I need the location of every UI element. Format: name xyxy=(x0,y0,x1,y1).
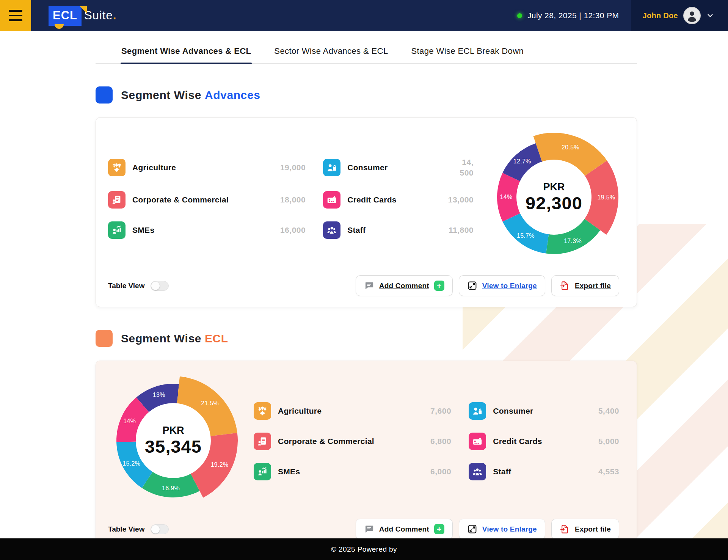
legend-value: 7,600 xyxy=(406,406,451,416)
logo-corner-triangle xyxy=(79,6,87,13)
navbar: ECL Suite. July 28, 2025 | 12:30 PM John… xyxy=(0,0,728,31)
tab-sector-wise-advances-ecl[interactable]: Sector Wise Advances & ECL xyxy=(273,44,389,63)
legend-label: Credit Cards xyxy=(347,195,422,204)
user-name: John Doe xyxy=(642,11,678,20)
footer: © 2025 Powered by xyxy=(0,538,728,560)
legend-item: Consumer14, 500 xyxy=(323,157,474,179)
donut-pct-label: 15.2% xyxy=(122,460,140,467)
logo-suite-text: Suite. xyxy=(84,9,116,22)
add-comment-button[interactable]: Add Comment+ xyxy=(356,275,453,296)
ecl-donut-chart: 13%21.5%19.2%16.9%15.2%14%PKR35,345 xyxy=(108,375,238,506)
logo-ecl-box: ECL xyxy=(49,6,82,26)
card-footer: Table ViewAdd Comment+View to EnlargeExp… xyxy=(108,275,619,296)
tab-bar: Segment Wise Advances & ECLSector Wise A… xyxy=(96,44,637,64)
donut-pct-label: 20.5% xyxy=(562,144,579,151)
user-menu[interactable]: John Doe xyxy=(631,0,728,31)
table-view-label: Table View xyxy=(108,282,144,290)
legend-value: 18,000 xyxy=(261,195,306,205)
credit-cards-icon xyxy=(469,433,486,450)
legend-value: 6,000 xyxy=(406,466,451,477)
staff-icon xyxy=(469,463,486,480)
advances-card: Agriculture19,000Corporate & Commercial1… xyxy=(96,117,637,307)
menu-button[interactable] xyxy=(0,0,31,31)
main-content: Segment Wise Advances & ECLSector Wise A… xyxy=(96,44,637,551)
legend-label: Corporate & Commercial xyxy=(278,437,400,446)
legend-label: Staff xyxy=(493,467,568,476)
legend-item: Agriculture19,000 xyxy=(108,157,306,179)
donut-pct-label: 15.7% xyxy=(517,232,535,239)
view-to-enlarge-button[interactable]: View to Enlarge xyxy=(459,519,545,540)
consumer-icon xyxy=(469,402,486,420)
donut-pct-label: 19.5% xyxy=(598,194,615,201)
legend-value: 11,800 xyxy=(429,225,474,235)
staff-icon xyxy=(323,221,340,239)
section-header: Segment Wise ECL xyxy=(96,330,637,347)
donut-pct-label: 14% xyxy=(123,418,136,424)
tab-stage-wise-ecl-break-down[interactable]: Stage Wise ECL Break Down xyxy=(411,44,525,63)
datetime-label: July 28, 2025 | 12:30 PM xyxy=(527,11,619,20)
legend-value: 14, 500 xyxy=(429,157,474,179)
export-file-icon xyxy=(560,524,570,534)
legend-value: 13,000 xyxy=(429,195,474,205)
status-online-dot xyxy=(517,13,522,18)
export-file-button[interactable]: Export file xyxy=(551,275,619,296)
legend-label: SMEs xyxy=(278,467,400,476)
legend-value: 16,000 xyxy=(261,225,306,235)
legend-item: Staff11,800 xyxy=(323,221,474,239)
legend-value: 5,000 xyxy=(574,436,619,447)
section-color-chip xyxy=(96,86,113,104)
legend-value: 6,800 xyxy=(406,436,451,447)
legend-value: 19,000 xyxy=(261,162,306,173)
export-file-button[interactable]: Export file xyxy=(551,519,619,540)
legend-label: Credit Cards xyxy=(493,437,568,446)
donut-total-value: 92,300 xyxy=(526,193,582,213)
donut-pct-label: 14% xyxy=(500,194,513,200)
comment-icon xyxy=(364,281,374,291)
person-icon xyxy=(684,8,700,23)
legend-item: SMEs16,000 xyxy=(108,221,306,239)
agriculture-icon xyxy=(108,159,126,176)
smes-icon xyxy=(254,463,271,480)
legend-item: Consumer5,400 xyxy=(469,402,619,420)
export-file-icon xyxy=(560,281,570,291)
donut-pct-label: 16.9% xyxy=(162,485,180,491)
consumer-icon xyxy=(323,159,340,176)
legend-value: 4,553 xyxy=(574,466,619,477)
legend-item: Credit Cards13,000 xyxy=(323,191,474,209)
app-logo: ECL Suite. xyxy=(49,0,116,31)
sections-container: Segment Wise AdvancesAgriculture19,000Co… xyxy=(96,86,637,551)
advances-donut-chart: 20.5%19.5%17.3%15.7%14%12.7%PKR92,300 xyxy=(489,132,619,262)
table-view-toggle[interactable] xyxy=(151,524,169,534)
plus-icon: + xyxy=(434,524,444,534)
table-view-label: Table View xyxy=(108,525,144,533)
donut-pct-label: 12.7% xyxy=(513,158,531,165)
smes-icon xyxy=(108,221,126,239)
legend-item: Staff4,553 xyxy=(469,463,619,480)
legend-item: Agriculture7,600 xyxy=(254,402,451,420)
donut-currency-label: PKR xyxy=(543,181,565,193)
legend-label: Agriculture xyxy=(132,163,254,172)
enlarge-icon xyxy=(467,524,477,534)
donut-pct-label: 19.2% xyxy=(211,461,229,468)
donut-currency-label: PKR xyxy=(162,425,184,436)
legend-item: Corporate & Commercial18,000 xyxy=(108,191,306,209)
chevron-down-icon xyxy=(706,11,714,20)
legend-label: Agriculture xyxy=(278,406,400,416)
legend-label: Consumer xyxy=(493,406,568,416)
tab-segment-wise-advances-ecl[interactable]: Segment Wise Advances & ECL xyxy=(121,44,252,63)
view-to-enlarge-button[interactable]: View to Enlarge xyxy=(459,275,545,296)
agriculture-icon xyxy=(254,402,271,420)
donut-pct-label: 21.5% xyxy=(201,400,219,406)
navbar-datetime-group: July 28, 2025 | 12:30 PM xyxy=(517,0,631,31)
ecl-card: Agriculture7,600Corporate & Commercial6,… xyxy=(96,361,637,551)
corporate-icon xyxy=(108,191,126,209)
credit-cards-icon xyxy=(323,191,340,209)
logo-ecl-text: ECL xyxy=(53,9,77,22)
add-comment-button[interactable]: Add Comment+ xyxy=(356,519,453,540)
section-color-chip xyxy=(96,330,113,347)
table-view-toggle[interactable] xyxy=(151,281,169,291)
corporate-icon xyxy=(254,433,271,450)
donut-total-value: 35,345 xyxy=(145,436,202,456)
donut-pct-label: 17.3% xyxy=(564,238,582,244)
avatar xyxy=(683,7,701,24)
